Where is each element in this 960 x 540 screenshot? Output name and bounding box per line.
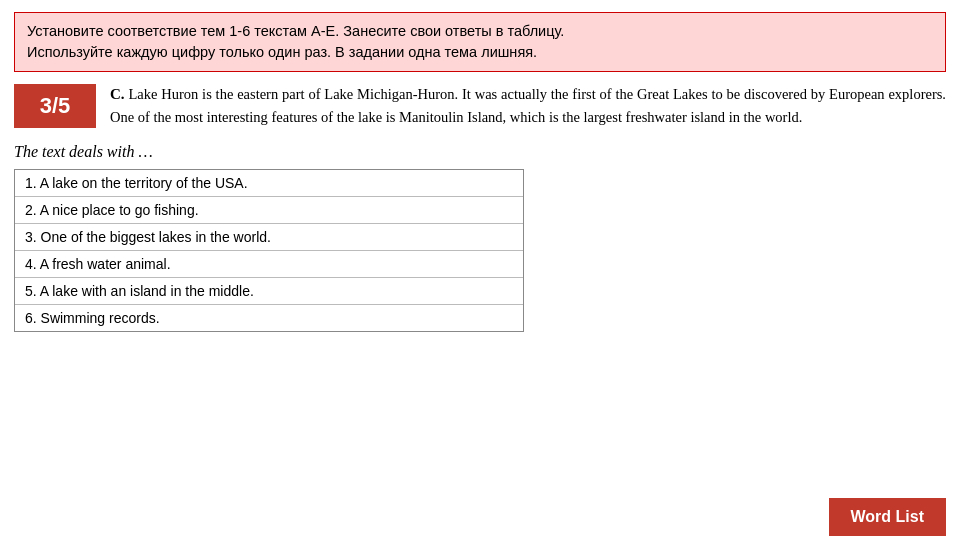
option-5[interactable]: 5. A lake with an island in the middle. (15, 278, 523, 305)
option-3[interactable]: 3. One of the biggest lakes in the world… (15, 224, 523, 251)
deals-with-label: The text deals with … (14, 143, 946, 161)
instruction-text: Установите соответствие тем 1-6 текстам … (27, 23, 564, 60)
word-list-button[interactable]: Word List (829, 498, 946, 536)
option-6[interactable]: 6. Swimming records. (15, 305, 523, 331)
progress-badge: 3/5 (14, 84, 96, 128)
instruction-box: Установите соответствие тем 1-6 текстам … (14, 12, 946, 72)
options-section: 1. A lake on the territory of the USA. 2… (14, 169, 960, 332)
passage-body: Lake Huron is the eastern part of Lake M… (110, 86, 946, 125)
passage-text: C. Lake Huron is the eastern part of Lak… (110, 82, 946, 129)
page: Установите соответствие тем 1-6 текстам … (0, 12, 960, 540)
main-content: 3/5 C. Lake Huron is the eastern part of… (14, 82, 946, 129)
option-1[interactable]: 1. A lake on the territory of the USA. (15, 170, 523, 197)
option-2[interactable]: 2. A nice place to go fishing. (15, 197, 523, 224)
option-4[interactable]: 4. A fresh water animal. (15, 251, 523, 278)
options-box: 1. A lake on the territory of the USA. 2… (14, 169, 524, 332)
passage-letter: C. (110, 86, 125, 102)
